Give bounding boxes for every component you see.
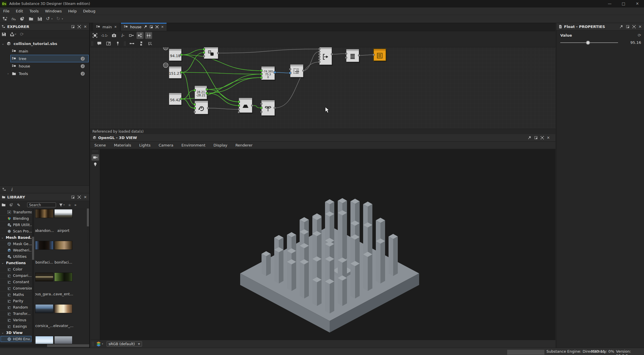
- close-panel-icon[interactable]: ✕: [84, 195, 87, 199]
- dock-icon[interactable]: [150, 25, 153, 29]
- fit-view-button[interactable]: [92, 32, 98, 39]
- library-category-hdri-env-[interactable]: HDRI Env...: [0, 336, 32, 342]
- close-tab-icon[interactable]: ✕: [114, 25, 117, 29]
- dock-icon[interactable]: [71, 25, 75, 29]
- library-thumbnail[interactable]: [54, 336, 72, 344]
- chevron-down-icon[interactable]: ⌄: [1, 236, 4, 239]
- new-function-button[interactable]: fx: [10, 16, 17, 22]
- tree-item-tree[interactable]: treei: [0, 55, 89, 62]
- graph-items-tab-icon[interactable]: [2, 187, 6, 191]
- export-button[interactable]: ▾: [10, 32, 16, 37]
- overflow-menu-icon[interactable]: »: [74, 203, 76, 207]
- maximize-panel-icon[interactable]: [540, 136, 544, 140]
- library-thumbnail[interactable]: elevator_...: [54, 304, 72, 328]
- tree-item-house[interactable]: housei: [0, 62, 89, 70]
- chevron-down-icon[interactable]: ⌄: [1, 331, 4, 335]
- library-category-transforms[interactable]: Transforms: [0, 209, 32, 215]
- pin-tab-icon[interactable]: [144, 25, 147, 29]
- library-section-3d-view[interactable]: ⌄3D View: [0, 330, 32, 336]
- library-category-random[interactable]: Random: [0, 304, 32, 311]
- new-package-button[interactable]: [1, 16, 9, 22]
- graph-node-sequence[interactable]: [345, 49, 360, 63]
- dock-icon[interactable]: [71, 195, 75, 199]
- view3d-menu-scene[interactable]: Scene: [90, 143, 110, 147]
- close-panel-icon[interactable]: ✕: [639, 25, 642, 29]
- library-category-constant[interactable]: Constant: [0, 279, 32, 285]
- node-graph-canvas[interactable]: 94.18151.2756.4228.21-28.21-74.39575.30: [90, 47, 555, 129]
- save-button[interactable]: [36, 16, 43, 22]
- color-layers-icon[interactable]: [96, 341, 101, 346]
- library-category-compari-[interactable]: Compari...: [0, 273, 32, 279]
- pin-panel-icon[interactable]: [619, 25, 623, 29]
- graph-node-scatter[interactable]: [203, 47, 219, 60]
- screenshot-button[interactable]: [111, 32, 117, 39]
- slider-handle[interactable]: [586, 41, 590, 45]
- library-thumbnail[interactable]: [35, 336, 53, 344]
- dock-icon[interactable]: [534, 136, 538, 140]
- library-thumbnail[interactable]: bus_gara...: [35, 273, 53, 296]
- graph-node-scatter-leaf[interactable]: [260, 100, 276, 117]
- chevron-right-icon[interactable]: ›: [6, 72, 10, 76]
- view3d-menu-environment[interactable]: Environment: [177, 143, 209, 147]
- library-category-parity[interactable]: Parity: [0, 298, 32, 304]
- frame-button[interactable]: [105, 40, 112, 47]
- library-thumbnail[interactable]: cave_ent...: [54, 273, 72, 296]
- edit-pencil-icon[interactable]: ✎: [17, 203, 20, 207]
- menu-item-tools[interactable]: Tools: [26, 7, 42, 15]
- close-panel-icon[interactable]: ✕: [84, 25, 87, 29]
- library-thumbnail[interactable]: bonifaci...: [35, 241, 53, 264]
- maximize-button[interactable]: □: [619, 1, 628, 6]
- colorspace-dropdown[interactable]: sRGB (default) ▼: [107, 341, 142, 347]
- library-category-various[interactable]: Various: [0, 317, 32, 323]
- library-category-pbr-utilit-[interactable]: PBR Utilit...: [0, 222, 32, 228]
- save-all-button[interactable]: [1, 32, 6, 37]
- new-resource-button[interactable]: [19, 16, 26, 22]
- value-slider[interactable]: [560, 41, 618, 45]
- view3d-viewport[interactable]: [90, 149, 555, 340]
- view3d-menu-lights[interactable]: Lights: [135, 143, 154, 147]
- library-list-scrollbar[interactable]: [32, 209, 34, 344]
- menu-item-debug[interactable]: Debug: [80, 7, 99, 15]
- menu-item-windows[interactable]: Windows: [42, 7, 65, 15]
- library-section-mesh-based-[interactable]: ⌄Mesh Based...: [0, 234, 32, 241]
- view3d-menu-materials[interactable]: Materials: [110, 143, 135, 147]
- new-resource-icon[interactable]: [9, 203, 14, 207]
- info-icon[interactable]: i: [80, 56, 85, 61]
- search-input[interactable]: [27, 202, 56, 207]
- info-icon[interactable]: i: [80, 71, 85, 76]
- library-thumbnail[interactable]: abandon...: [35, 209, 53, 233]
- library-category-maths[interactable]: Maths: [0, 292, 32, 298]
- view3d-menu-camera[interactable]: Camera: [154, 143, 177, 147]
- grid-snap-button[interactable]: [145, 32, 152, 39]
- chevron-down-icon[interactable]: ⌄: [1, 42, 5, 46]
- maximize-panel-icon[interactable]: [77, 195, 81, 199]
- reload-button[interactable]: ⟳: [20, 32, 25, 37]
- library-category-color[interactable]: Color: [0, 266, 32, 273]
- comment-button[interactable]: [96, 40, 103, 47]
- info-display-button[interactable]: i▾: [119, 32, 126, 39]
- graph-node-value-56[interactable]: 56.42: [169, 93, 183, 106]
- minimize-button[interactable]: —: [605, 1, 614, 6]
- graph-node-passthrough[interactable]: [318, 47, 333, 66]
- tree-item-package[interactable]: ⌄collision_tutorial.sbs: [0, 40, 89, 47]
- snap-link-button[interactable]: [147, 40, 154, 47]
- new-library-folder-icon[interactable]: [1, 203, 6, 207]
- graph-node-vector3[interactable]: -74.39575.30: [260, 66, 276, 81]
- undo-button[interactable]: ↺▾: [45, 16, 54, 22]
- pin-panel-icon[interactable]: [528, 136, 531, 140]
- camera-tool-button[interactable]: [92, 154, 99, 161]
- reset-value-icon[interactable]: ⟳: [638, 33, 641, 37]
- library-thumbnail[interactable]: airport: [54, 209, 72, 233]
- link-creation-button[interactable]: [128, 32, 135, 39]
- graph-node-value-28[interactable]: 28.21-28.21: [194, 86, 208, 100]
- close-button[interactable]: ✕: [633, 1, 642, 6]
- toolbar-grip[interactable]: [92, 151, 98, 152]
- menu-item-file[interactable]: File: [0, 7, 13, 15]
- favorite-star-icon[interactable]: ★: [68, 203, 72, 207]
- maximize-panel-icon[interactable]: [77, 25, 81, 29]
- library-category-transfor-[interactable]: Transfor...: [0, 311, 32, 317]
- graph-node-output[interactable]: [373, 49, 387, 62]
- close-panel-icon[interactable]: ✕: [547, 136, 550, 140]
- tab-house[interactable]: house✕: [121, 23, 167, 31]
- info-icon[interactable]: i: [80, 64, 85, 69]
